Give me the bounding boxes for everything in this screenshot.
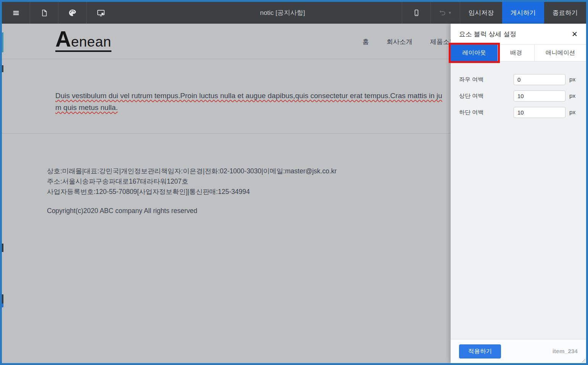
theme-button[interactable] bbox=[58, 2, 87, 24]
menu-icon bbox=[12, 9, 20, 17]
logo-initial: A bbox=[55, 27, 71, 51]
temp-save-button[interactable]: 임시저장 bbox=[460, 2, 502, 24]
panel-tabs: 레이아웃 배경 애니메이션 bbox=[451, 45, 586, 61]
panel-header: 요소 블럭 상세 설정 ✕ bbox=[451, 24, 586, 45]
apply-button[interactable]: 적용하기 bbox=[459, 344, 501, 359]
palette-icon bbox=[68, 8, 77, 17]
site-footer-text: 상호:미래몰|대표:강민국|개인정보관리책임자:이은경|전화:02-1000-3… bbox=[47, 166, 337, 215]
footer-registration-line: 사업자등록번호:120-55-70809[사업자정보확인]|통신판매:125-3… bbox=[47, 187, 337, 197]
document-icon bbox=[40, 9, 48, 17]
field-label-top-margin: 상단 여백 bbox=[459, 92, 514, 100]
footer-copyright: Copyright(c)2020 ABC company All rights … bbox=[47, 207, 337, 215]
logo-text: enean bbox=[71, 34, 111, 50]
site-logo[interactable]: Aenean bbox=[55, 28, 111, 52]
undo-dropdown-caret[interactable]: ▼ bbox=[448, 11, 452, 15]
field-row-horizontal-margin: 좌우 여백 px bbox=[459, 74, 578, 85]
close-icon[interactable]: ✕ bbox=[572, 31, 578, 38]
editor-window: notic [공지사항] bbox=[0, 0, 588, 365]
site-nav: 홈 회사소개 제품소개 bbox=[362, 37, 456, 46]
bottom-margin-input[interactable] bbox=[514, 107, 565, 118]
panel-body: 좌우 여백 px 상단 여백 px 하단 여백 px bbox=[451, 61, 586, 339]
resize-grip-icon[interactable] bbox=[581, 358, 585, 362]
block-settings-panel: 요소 블럭 상세 설정 ✕ 레이아웃 배경 애니메이션 좌우 여백 px 상단 … bbox=[451, 24, 586, 363]
desktop-view-button[interactable] bbox=[87, 2, 115, 24]
clipped-element-sliver bbox=[2, 294, 3, 304]
footer-address-line: 주소:서울시송파구송파대로167태라타워1207호 bbox=[47, 176, 337, 187]
undo-icon bbox=[439, 8, 446, 18]
mobile-preview-button[interactable] bbox=[402, 2, 430, 24]
field-label-horizontal-margin: 좌우 여백 bbox=[459, 76, 514, 83]
publish-button[interactable]: 게시하기 bbox=[502, 2, 544, 24]
top-margin-input[interactable] bbox=[514, 90, 565, 102]
tab-layout[interactable]: 레이아웃 bbox=[451, 45, 498, 61]
selected-item-id: item_234 bbox=[553, 348, 578, 355]
tab-background[interactable]: 배경 bbox=[498, 45, 535, 61]
clipped-element-sliver bbox=[2, 244, 3, 252]
footer-company-line: 상호:미래몰|대표:강민국|개인정보관리책임자:이은경|전화:02-1000-3… bbox=[47, 166, 337, 176]
toolbar-right-group: ▼ 임시저장 게시하기 종료하기 bbox=[402, 2, 586, 24]
mobile-icon bbox=[412, 9, 420, 17]
unit-label: px bbox=[569, 76, 578, 83]
monitor-icon bbox=[97, 8, 105, 17]
page-button[interactable] bbox=[30, 2, 58, 24]
tab-animation[interactable]: 애니메이션 bbox=[535, 45, 586, 61]
panel-footer: 적용하기 item_234 bbox=[451, 339, 586, 363]
undo-button[interactable]: ▼ bbox=[431, 2, 460, 24]
exit-button[interactable]: 종료하기 bbox=[544, 2, 586, 24]
nav-item-company[interactable]: 회사소개 bbox=[387, 37, 412, 46]
menu-button[interactable] bbox=[2, 2, 30, 24]
unit-label: px bbox=[569, 109, 578, 116]
field-row-top-margin: 상단 여백 px bbox=[459, 90, 578, 102]
clipped-element-sliver bbox=[2, 65, 3, 72]
clipped-element-sliver bbox=[2, 304, 3, 307]
field-label-bottom-margin: 하단 여백 bbox=[459, 109, 514, 116]
panel-title: 요소 블럭 상세 설정 bbox=[459, 30, 516, 39]
clipped-element-sliver bbox=[2, 32, 3, 52]
nav-item-home[interactable]: 홈 bbox=[362, 37, 369, 46]
top-toolbar: notic [공지사항] bbox=[2, 2, 586, 24]
field-row-bottom-margin: 하단 여백 px bbox=[459, 107, 578, 118]
horizontal-margin-input[interactable] bbox=[514, 74, 565, 85]
unit-label: px bbox=[569, 92, 578, 99]
